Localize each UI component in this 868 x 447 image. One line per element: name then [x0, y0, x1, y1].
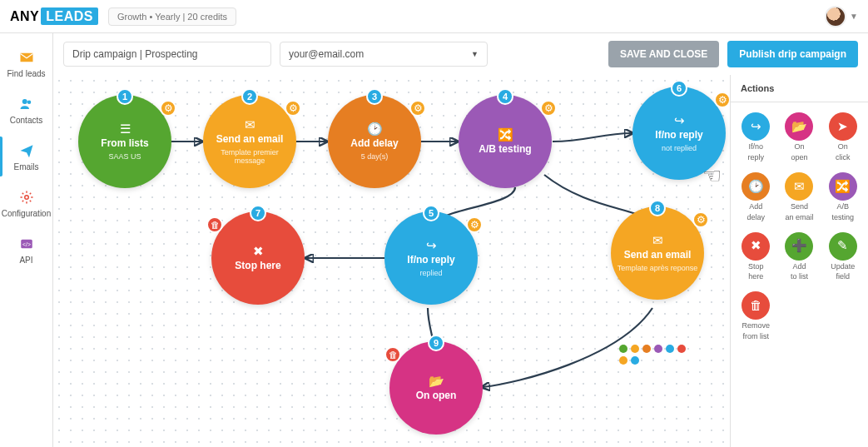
node-subtitle: not replied: [662, 144, 697, 152]
sidebar-item-label: Emails: [13, 162, 38, 171]
publish-button[interactable]: Publish drip campaign: [727, 41, 858, 67]
node-title: On open: [416, 390, 457, 402]
action-icon: 🔀: [829, 172, 857, 201]
shuffle-icon: 🔀: [498, 127, 513, 142]
toolbar: your@email.com ▼ SAVE AND CLOSE Publish …: [53, 33, 868, 75]
node-subtitle: 5 day(s): [361, 152, 389, 161]
send-icon: [17, 142, 36, 160]
trash-icon[interactable]: 🗑: [384, 346, 401, 363]
action-a/b-testing[interactable]: 🔀A/Btesting: [821, 169, 865, 226]
action-label-1: Add: [792, 263, 806, 271]
svg-point-1: [27, 101, 31, 105]
action-label-1: On: [838, 143, 848, 151]
gear-icon[interactable]: ⚙: [714, 92, 730, 108]
node-stop-here[interactable]: 7 🗑 ✖ Stop here: [211, 211, 305, 305]
node-title: Stop here: [235, 261, 280, 272]
sidebar-item-label: Find leads: [7, 69, 45, 78]
reply-icon: ↪: [674, 113, 685, 128]
node-title: If/no reply: [655, 130, 702, 142]
action-if/no-reply[interactable]: ↪If/noreply: [734, 109, 777, 166]
gear-icon[interactable]: ⚙: [160, 100, 176, 117]
palette-dot: [642, 345, 651, 353]
action-label-1: Add: [749, 203, 762, 211]
logo: ANYLEADS: [10, 9, 98, 24]
reply-icon: ↪: [426, 238, 437, 253]
gear-icon[interactable]: ⚙: [540, 100, 557, 117]
gear-icon[interactable]: ⚙: [466, 216, 483, 233]
node-title: Add delay: [350, 138, 398, 150]
action-icon: ✎: [829, 232, 857, 261]
node-if-no-reply-replied[interactable]: 5 ⚙ ↪ If/no reply replied: [384, 211, 478, 305]
node-on-open[interactable]: 9 🗑 📂 On open: [389, 341, 483, 435]
plan-pill[interactable]: Growth • Yearly | 20 credits: [108, 7, 236, 26]
folder-open-icon: 📂: [429, 374, 444, 389]
sidebar-item-configuration[interactable]: Configuration: [0, 180, 52, 226]
palette-dot: [666, 345, 674, 353]
action-label-1: Stop: [748, 263, 764, 271]
sidebar-item-contacts[interactable]: Contacts: [0, 87, 52, 133]
action-label-1: If/no: [748, 143, 763, 151]
trash-icon[interactable]: 🗑: [206, 216, 223, 233]
action-label-2: open: [791, 154, 807, 162]
campaign-name-input[interactable]: [63, 42, 271, 67]
left-sidebar: Find leads Contacts Emails Configuration…: [0, 33, 53, 447]
action-icon: ➤: [829, 112, 857, 141]
svg-point-2: [24, 196, 28, 200]
action-label-2: click: [836, 154, 851, 162]
action-label-2: field: [836, 273, 851, 281]
action-label-2: reply: [747, 154, 764, 162]
action-on-open[interactable]: 📂Onopen: [777, 109, 821, 166]
action-remove-from-list[interactable]: 🗑Removefrom list: [734, 288, 777, 345]
actions-grid: ↪If/noreply📂Onopen➤Onclick🕑Adddelay✉Send…: [731, 102, 868, 351]
save-close-button[interactable]: SAVE AND CLOSE: [608, 41, 719, 67]
palette-dot: [619, 345, 627, 353]
logo-part-leads: LEADS: [41, 7, 98, 25]
sidebar-item-label: API: [19, 256, 32, 265]
actions-panel: Actions ↪If/noreply📂Onopen➤Onclick🕑Addde…: [730, 75, 868, 447]
sidebar-item-api[interactable]: </> API: [0, 226, 52, 273]
gear-icon: [17, 188, 36, 206]
action-label-2: delay: [746, 214, 765, 222]
gear-icon[interactable]: ⚙: [692, 211, 709, 228]
action-label-1: On: [794, 143, 804, 151]
gear-icon[interactable]: ⚙: [409, 100, 426, 117]
node-send-email-2[interactable]: 8 ⚙ ✉ Send an email Template après repon…: [611, 206, 704, 300]
node-ab-testing[interactable]: 4 ⚙ 🔀 A/B testing: [459, 95, 552, 188]
sidebar-item-label: Configuration: [2, 209, 51, 218]
node-subtitle: Template après reponse: [618, 264, 698, 272]
palette-dot: [631, 356, 639, 365]
node-add-delay[interactable]: 3 ⚙ 🕑 Add delay 5 day(s): [328, 95, 421, 188]
envelope-icon: ✉: [245, 117, 255, 132]
sidebar-item-emails[interactable]: Emails: [0, 133, 52, 180]
action-stop-here[interactable]: ✖Stophere: [734, 229, 777, 286]
action-label-1: Send: [791, 203, 808, 211]
action-add-to-list[interactable]: ➕Addto list: [777, 229, 821, 286]
action-on-click[interactable]: ➤Onclick: [821, 109, 865, 166]
action-add-delay[interactable]: 🕑Adddelay: [734, 169, 777, 226]
chevron-down-icon[interactable]: ▼: [850, 12, 858, 21]
sender-email-select[interactable]: your@email.com ▼: [280, 42, 488, 67]
action-label-2: here: [748, 273, 763, 281]
flow-canvas[interactable]: 1 ⚙ ☰ From lists SAAS US 2 ⚙ ✉ Send an e…: [53, 75, 730, 447]
action-label-1: Remove: [742, 322, 770, 330]
action-label-1: A/B: [837, 203, 850, 211]
node-from-lists[interactable]: 1 ⚙ ☰ From lists SAAS US: [78, 95, 171, 188]
action-icon: 🕑: [742, 172, 770, 201]
canvas-wrap: 1 ⚙ ☰ From lists SAAS US 2 ⚙ ✉ Send an e…: [53, 75, 730, 447]
node-send-email-1[interactable]: 2 ⚙ ✉ Send an email Template premier mes…: [203, 95, 296, 188]
node-title: A/B testing: [479, 144, 531, 156]
palette-dot: [654, 345, 662, 353]
action-label-2: testing: [832, 214, 855, 222]
action-send-an-email[interactable]: ✉Sendan email: [777, 169, 821, 226]
node-subtitle: replied: [419, 269, 442, 277]
gear-icon[interactable]: ⚙: [285, 100, 301, 117]
topbar: ANYLEADS Growth • Yearly | 20 credits ▼: [0, 0, 868, 33]
users-icon: [17, 95, 36, 113]
action-label-2: an email: [785, 214, 813, 222]
avatar[interactable]: [825, 6, 846, 27]
action-update-field[interactable]: ✎Updatefield: [821, 229, 865, 286]
node-number: 8: [649, 200, 666, 216]
action-icon: ➕: [785, 232, 813, 261]
logo-part-any: ANY: [10, 9, 39, 23]
sidebar-item-find-leads[interactable]: Find leads: [0, 40, 52, 87]
